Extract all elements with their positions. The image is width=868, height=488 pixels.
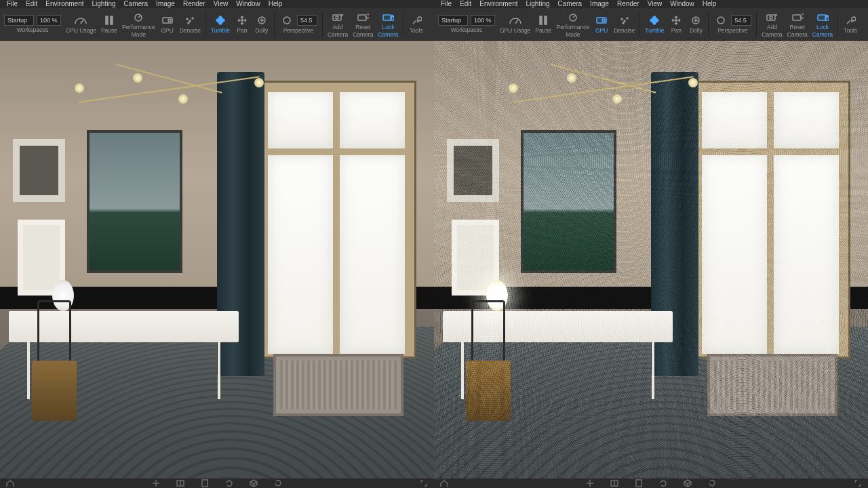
cube-icon[interactable] (248, 479, 260, 487)
svg-point-16 (336, 16, 338, 19)
workspace-dropdown[interactable]: Startup (438, 15, 468, 26)
add-camera-button[interactable]: Add Camera (326, 9, 350, 39)
expand-icon[interactable] (418, 479, 430, 487)
painting-large (521, 130, 616, 273)
menu-image[interactable]: Image (152, 0, 179, 8)
zoom-dropdown[interactable]: 100 % (37, 15, 61, 26)
tools-button[interactable]: Tools (841, 9, 860, 39)
denoise-button[interactable]: Denoise (612, 9, 637, 39)
menu-image[interactable]: Image (586, 0, 613, 8)
painting-small-bottom (452, 220, 499, 296)
menu-view[interactable]: View (210, 0, 233, 8)
pan-button[interactable]: Pan (233, 9, 252, 39)
menu-file[interactable]: File (3, 0, 22, 8)
svg-rect-1 (106, 16, 108, 24)
refresh-icon[interactable] (657, 479, 669, 487)
tools-icon (843, 14, 858, 26)
menu-render[interactable]: Render (613, 0, 644, 8)
book-icon[interactable] (174, 479, 186, 487)
svg-rect-19 (358, 15, 366, 20)
focal-length-field[interactable]: 54.5 (731, 15, 751, 26)
lock-camera-button[interactable]: Lock Camera (810, 9, 835, 39)
toolbar: Startup 100 % Workspaces CPU Usage Pause… (0, 8, 434, 41)
render-viewport-left[interactable] (0, 41, 434, 488)
perspective-button[interactable]: 54.5 Perspective (711, 9, 753, 39)
tumble-button[interactable]: Tumble (209, 9, 232, 39)
dolly-button[interactable]: Dolly (686, 9, 705, 39)
dolly-icon (254, 14, 269, 26)
menu-environment[interactable]: Environment (475, 0, 521, 8)
refresh-icon[interactable] (223, 479, 235, 487)
menu-window[interactable]: Window (666, 0, 698, 8)
zoom-dropdown[interactable]: 100 % (471, 15, 495, 26)
cube-icon[interactable] (682, 479, 694, 487)
gizmo-icon[interactable] (150, 479, 162, 487)
pause-button[interactable]: Pause (99, 9, 119, 39)
menu-help[interactable]: Help (264, 0, 287, 8)
workspace-dropdown[interactable]: Startup (4, 15, 34, 26)
svg-point-8 (189, 20, 191, 22)
lens-icon (279, 14, 294, 26)
tools-icon (409, 14, 424, 26)
svg-point-32 (627, 18, 628, 19)
denoise-icon (617, 14, 632, 26)
svg-line-0 (81, 20, 83, 24)
svg-rect-15 (333, 15, 341, 20)
menu-lighting[interactable]: Lighting (88, 0, 120, 8)
page-icon[interactable] (199, 479, 211, 487)
performance-icon (131, 11, 146, 23)
menu-edit[interactable]: Edit (456, 0, 475, 8)
render-viewport-right[interactable] (434, 41, 868, 488)
rotate-icon[interactable] (272, 479, 284, 487)
menu-environment[interactable]: Environment (41, 0, 87, 8)
svg-point-33 (623, 22, 624, 24)
add-camera-button[interactable]: Add Camera (760, 9, 784, 39)
home-icon[interactable] (4, 479, 16, 487)
gizmo-icon[interactable] (584, 479, 596, 487)
cpu-usage-button[interactable]: CPU Usage (64, 9, 98, 39)
workspaces-button[interactable]: Startup 100 % Workspaces (436, 9, 497, 39)
menu-window[interactable]: Window (232, 0, 264, 8)
book-icon[interactable] (608, 479, 620, 487)
menu-camera[interactable]: Camera (554, 0, 587, 8)
svg-point-39 (770, 16, 772, 19)
gpu-button[interactable]: GPU (158, 9, 177, 39)
home-icon[interactable] (438, 479, 450, 487)
camera-plus-icon (330, 11, 345, 23)
tools-button[interactable]: Tools (407, 9, 426, 39)
menu-file[interactable]: File (437, 0, 456, 8)
gpu-usage-button[interactable]: GPU Usage (498, 9, 532, 39)
rotate-icon[interactable] (706, 479, 718, 487)
page-icon[interactable] (633, 479, 645, 487)
dolly-button[interactable]: Dolly (252, 9, 271, 39)
menu-view[interactable]: View (644, 0, 667, 8)
camera-lock-icon (815, 11, 830, 23)
menu-lighting[interactable]: Lighting (522, 0, 554, 8)
radiator (707, 354, 837, 416)
svg-point-37 (717, 17, 724, 24)
menu-render[interactable]: Render (179, 0, 210, 8)
svg-rect-21 (391, 17, 394, 20)
pause-button[interactable]: Pause (533, 9, 553, 39)
gpu-button[interactable]: GPU (592, 9, 611, 39)
svg-rect-45 (636, 480, 642, 487)
denoise-button[interactable]: Denoise (178, 9, 203, 39)
menu-edit[interactable]: Edit (22, 0, 41, 8)
pan-button[interactable]: Pan (667, 9, 686, 39)
tumble-button[interactable]: Tumble (643, 9, 666, 39)
expand-icon[interactable] (852, 479, 864, 487)
reset-camera-button[interactable]: Reset Camera (351, 9, 375, 39)
perspective-button[interactable]: 54.5 Perspective (277, 9, 319, 39)
workspaces-button[interactable]: Startup 100 % Workspaces (2, 9, 63, 39)
svg-point-29 (602, 19, 605, 22)
chandelier (512, 68, 694, 121)
focal-length-field[interactable]: 54.5 (297, 15, 317, 26)
lock-camera-button[interactable]: Lock Camera (376, 9, 400, 39)
reset-camera-button[interactable]: Reset Camera (785, 9, 810, 39)
performance-mode-button[interactable]: Performance Mode (120, 9, 157, 39)
performance-mode-button[interactable]: Performance Mode (554, 9, 591, 39)
menu-help[interactable]: Help (698, 0, 721, 8)
menu-camera[interactable]: Camera (120, 0, 153, 8)
gpu-icon (594, 14, 609, 26)
gauge-icon (508, 14, 523, 26)
